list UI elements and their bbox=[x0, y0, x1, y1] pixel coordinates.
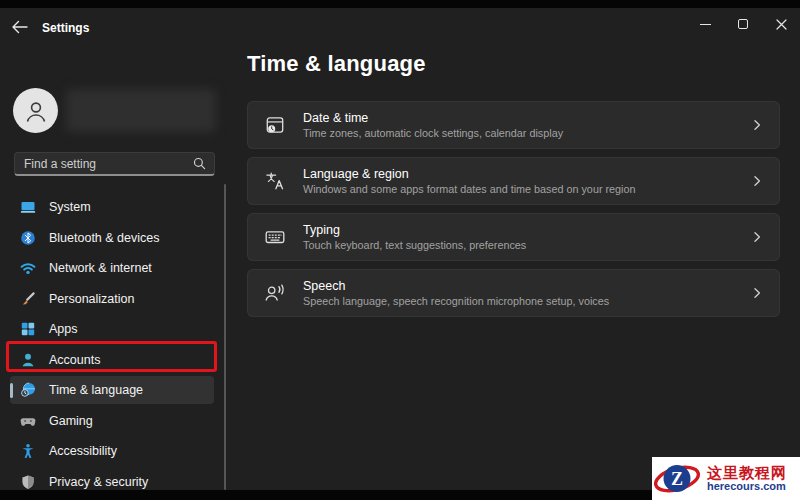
settings-window: Settings bbox=[0, 8, 800, 490]
settings-cards: Date & time Time zones, automatic clock … bbox=[247, 101, 780, 317]
sidebar-item-label: Accessibility bbox=[49, 444, 117, 458]
search-box[interactable] bbox=[14, 152, 215, 176]
sidebar-item-accessibility[interactable]: Accessibility bbox=[10, 437, 214, 465]
sidebar-nav: System Bluetooth & devices Network & int… bbox=[0, 193, 224, 500]
card-subtitle: Speech language, speech recognition micr… bbox=[303, 295, 609, 307]
avatar[interactable] bbox=[13, 88, 58, 133]
sidebar-item-bluetooth[interactable]: Bluetooth & devices bbox=[10, 224, 214, 252]
system-icon bbox=[20, 199, 36, 215]
card-language-region[interactable]: Language & region Windows and some apps … bbox=[247, 157, 780, 205]
sidebar-item-gaming[interactable]: Gaming bbox=[10, 407, 214, 435]
sidebar-item-label: Personalization bbox=[49, 292, 134, 306]
personalization-icon bbox=[20, 291, 36, 307]
network-icon bbox=[20, 260, 36, 276]
card-subtitle: Touch keyboard, text suggestions, prefer… bbox=[303, 239, 526, 251]
sidebar-item-accounts[interactable]: Accounts bbox=[10, 346, 214, 374]
time-language-icon bbox=[20, 382, 36, 398]
typing-keyboard-icon bbox=[264, 226, 286, 248]
sidebar-item-label: Bluetooth & devices bbox=[49, 231, 160, 245]
card-title: Language & region bbox=[303, 167, 636, 181]
sidebar-item-system[interactable]: System bbox=[10, 193, 214, 221]
app-title: Settings bbox=[42, 21, 89, 35]
chevron-right-icon bbox=[751, 287, 763, 299]
speech-icon bbox=[264, 282, 286, 304]
selected-indicator-pill bbox=[10, 383, 13, 398]
back-arrow-icon bbox=[11, 19, 29, 35]
privacy-shield-icon bbox=[20, 474, 36, 490]
watermark-badge: Z 这里教程网 herecours.com bbox=[652, 457, 800, 500]
card-title: Speech bbox=[303, 279, 609, 293]
magnifier-icon bbox=[193, 157, 206, 170]
sidebar: System Bluetooth & devices Network & int… bbox=[0, 42, 226, 490]
main-content: Time & language Date & time Time zones, … bbox=[247, 8, 800, 490]
chevron-right-icon bbox=[751, 175, 763, 187]
person-icon bbox=[23, 98, 49, 124]
watermark-site-name: 这里教程网 bbox=[707, 465, 787, 481]
back-button[interactable] bbox=[11, 19, 29, 35]
apps-icon bbox=[20, 321, 36, 337]
sidebar-item-label: System bbox=[49, 200, 91, 214]
sidebar-item-time-language[interactable]: Time & language bbox=[10, 376, 214, 404]
watermark-site-url: herecours.com bbox=[707, 481, 787, 493]
sidebar-item-label: Network & internet bbox=[49, 261, 152, 275]
watermark-logo: Z bbox=[654, 458, 702, 499]
page-title: Time & language bbox=[247, 51, 426, 77]
card-subtitle: Windows and some apps format dates and t… bbox=[303, 183, 636, 195]
search-input[interactable] bbox=[15, 157, 193, 171]
watermark-logo-letter: Z bbox=[671, 469, 683, 489]
accessibility-icon bbox=[20, 443, 36, 459]
card-date-time[interactable]: Date & time Time zones, automatic clock … bbox=[247, 101, 780, 149]
sidebar-item-privacy-security[interactable]: Privacy & security bbox=[10, 468, 214, 496]
card-typing[interactable]: Typing Touch keyboard, text suggestions,… bbox=[247, 213, 780, 261]
sidebar-item-label: Gaming bbox=[49, 414, 93, 428]
sidebar-item-label: Accounts bbox=[49, 353, 100, 367]
accounts-icon bbox=[20, 352, 36, 368]
sidebar-item-label: Apps bbox=[49, 322, 78, 336]
chevron-right-icon bbox=[751, 119, 763, 131]
chevron-right-icon bbox=[751, 231, 763, 243]
sidebar-item-network[interactable]: Network & internet bbox=[10, 254, 214, 282]
sidebar-item-apps[interactable]: Apps bbox=[10, 315, 214, 343]
sidebar-item-label: Time & language bbox=[49, 383, 143, 397]
user-name-redacted bbox=[66, 89, 216, 132]
card-speech[interactable]: Speech Speech language, speech recogniti… bbox=[247, 269, 780, 317]
sidebar-scrollbar[interactable] bbox=[224, 184, 226, 490]
gaming-icon bbox=[20, 413, 36, 429]
card-subtitle: Time zones, automatic clock settings, ca… bbox=[303, 127, 563, 139]
language-region-icon bbox=[264, 170, 286, 192]
sidebar-item-personalization[interactable]: Personalization bbox=[10, 285, 214, 313]
sidebar-item-label: Privacy & security bbox=[49, 475, 148, 489]
card-title: Date & time bbox=[303, 111, 563, 125]
bluetooth-icon bbox=[20, 230, 36, 246]
card-title: Typing bbox=[303, 223, 526, 237]
date-time-icon bbox=[264, 114, 286, 136]
